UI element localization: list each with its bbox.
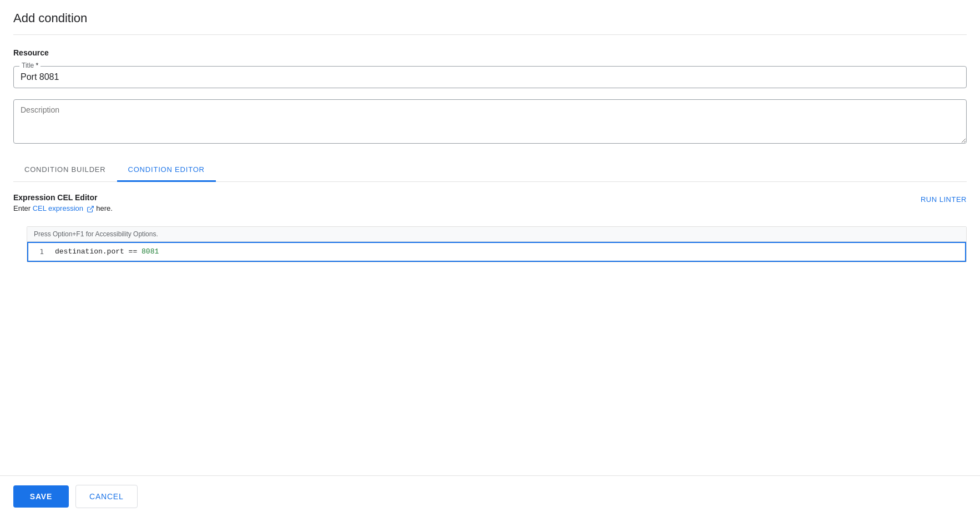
expression-cel-editor-title: Expression CEL Editor [13, 193, 113, 202]
expression-subtitle: Enter CEL expression here. [13, 204, 113, 213]
code-editor-container: Press Option+F1 for Accessibility Option… [27, 226, 967, 262]
title-input[interactable] [21, 71, 959, 83]
cancel-button[interactable]: CANCEL [75, 485, 138, 508]
code-keyword: destination.port == [55, 247, 142, 256]
bottom-bar: SAVE CANCEL [0, 475, 980, 517]
svg-line-0 [89, 206, 93, 209]
save-button[interactable]: SAVE [13, 485, 69, 508]
expression-section: Expression CEL Editor Enter CEL expressi… [13, 193, 967, 220]
accessibility-hint: Press Option+F1 for Accessibility Option… [27, 227, 966, 242]
description-textarea[interactable] [13, 99, 967, 144]
title-field-label: Title * [19, 62, 41, 69]
expression-suffix: here. [96, 204, 113, 212]
line-number: 1 [28, 243, 50, 260]
code-editor[interactable]: 1 destination.port == 8081 [27, 242, 966, 262]
expression-prefix: Enter [13, 204, 33, 212]
code-content[interactable]: destination.port == 8081 [50, 243, 965, 260]
tab-condition-builder[interactable]: CONDITION BUILDER [13, 159, 117, 182]
external-link-icon [87, 205, 94, 213]
expression-header: Expression CEL Editor Enter CEL expressi… [13, 193, 113, 213]
resource-section-label: Resource [13, 48, 967, 57]
cel-expression-link[interactable]: CEL expression [33, 204, 97, 212]
title-field-wrapper: Title * [13, 66, 967, 88]
tab-condition-editor[interactable]: CONDITION EDITOR [117, 159, 216, 182]
page-title: Add condition [13, 11, 967, 26]
header-divider [13, 34, 967, 35]
tabs-container: CONDITION BUILDER CONDITION EDITOR [13, 159, 967, 182]
code-number: 8081 [142, 247, 159, 256]
run-linter-button[interactable]: RUN LINTER [921, 193, 967, 206]
